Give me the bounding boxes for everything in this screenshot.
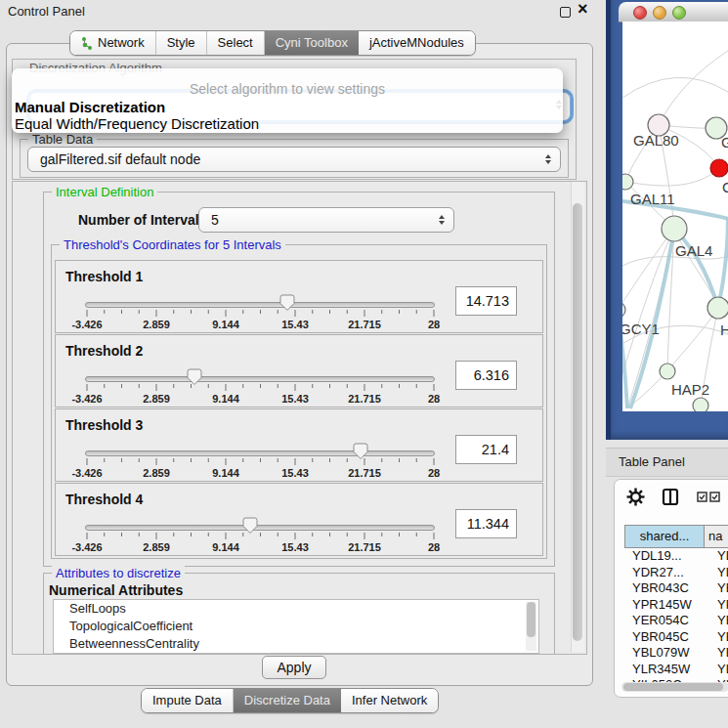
close-icon[interactable]: ×: [578, 0, 588, 21]
tab-cyni-toolbox[interactable]: Cyni Toolbox: [265, 31, 359, 55]
slider-track[interactable]: [85, 302, 435, 308]
dropdown-prompt-item[interactable]: Select algorithm to view settings: [12, 81, 563, 97]
apply-button[interactable]: Apply: [262, 656, 326, 679]
slider-track[interactable]: [85, 525, 435, 531]
table-row[interactable]: YLR345WYLR3: [624, 662, 728, 678]
checkbox-checked-icon[interactable]: [697, 492, 707, 502]
minimize-traffic-light[interactable]: [653, 6, 666, 20]
node-hap2[interactable]: [660, 364, 675, 379]
table-row[interactable]: YDR27...YDR2: [624, 565, 728, 581]
table-row[interactable]: YBR043CYBR0: [624, 580, 728, 597]
tab-impute-data[interactable]: Impute Data: [142, 689, 234, 712]
vertical-scrollbar-thumb[interactable]: [573, 203, 582, 641]
table-cell: YLR345W: [632, 662, 690, 678]
network-graph: [622, 21, 728, 411]
list-item[interactable]: SelfLoops: [54, 600, 538, 618]
scale-label: 2.859: [143, 319, 170, 330]
tab-label: Cyni Toolbox: [276, 31, 348, 55]
edge-thick: [630, 229, 674, 408]
list-scrollbar-thumb[interactable]: [527, 602, 535, 637]
slider-scale: -3.426 2.859 9.144 15.43 21.715 28: [85, 467, 435, 479]
node-h[interactable]: [707, 297, 728, 319]
slider-thumb[interactable]: [279, 294, 295, 312]
scale-label: 21.715: [348, 541, 381, 553]
table-row[interactable]: YER054CYER0: [624, 613, 728, 629]
network-canvas[interactable]: GAL80 GA GAL11 GAL4 GCY1 H HAP2 C: [622, 21, 728, 411]
scale-label: 28: [428, 393, 440, 405]
network-window-titlebar[interactable]: [619, 2, 728, 22]
table-row[interactable]: YPR145WYPR1: [624, 597, 728, 614]
table-cell: YER0: [717, 613, 728, 629]
spinner-arrows-icon: [439, 215, 445, 225]
slider-thumb[interactable]: [242, 517, 258, 535]
column-header-name[interactable]: na: [704, 525, 728, 548]
number-of-intervals-combobox[interactable]: 5: [198, 207, 454, 233]
horizontal-scrollbar-track[interactable]: [621, 682, 728, 692]
threshold-4-slider[interactable]: -3.426 2.859 9.144 15.43 21.715 28: [85, 521, 435, 554]
float-window-icon[interactable]: [560, 7, 571, 18]
tab-label: Select: [218, 31, 253, 55]
dropdown-option-equal-width-frequency[interactable]: Equal Width/Frequency Discretization: [12, 115, 563, 132]
threshold-4-value-field[interactable]: 11.344: [455, 509, 517, 538]
network-view-window[interactable]: GAL80 GA GAL11 GAL4 GCY1 H HAP2 C: [606, 0, 728, 440]
node-gal4[interactable]: [662, 216, 687, 241]
scale-label: 9.144: [212, 319, 239, 330]
tab-infer-network[interactable]: Infer Network: [341, 689, 438, 712]
thresholds-group-title: Threshold's Coordinates for 5 Intervals: [60, 237, 285, 252]
split-columns-icon[interactable]: [662, 488, 679, 506]
table-row[interactable]: YBL079WYBL0: [624, 645, 728, 662]
slider-thumb[interactable]: [187, 368, 202, 386]
table-cell: YDL19...: [632, 548, 682, 565]
tab-style[interactable]: Style: [156, 31, 207, 55]
scale-label: 28: [428, 541, 440, 553]
list-item[interactable]: BetweennessCentrality: [54, 635, 538, 653]
table-cell: YDR27...: [632, 565, 684, 581]
interval-definition-group-title: Interval Definition: [52, 185, 157, 199]
slider-track[interactable]: [85, 376, 435, 382]
zoom-traffic-light[interactable]: [672, 6, 686, 20]
threshold-2-value-field[interactable]: 6.316: [455, 361, 517, 390]
table-row[interactable]: YDL19...YDL1: [624, 548, 728, 565]
slider-ticks: [85, 533, 435, 540]
column-header-shared-name[interactable]: shared...: [624, 525, 705, 548]
node-bottom[interactable]: [693, 398, 708, 411]
node-gcy1[interactable]: [622, 302, 625, 318]
threshold-2-slider[interactable]: -3.426 2.859 9.144 15.43 21.715 28: [85, 372, 435, 406]
tab-select[interactable]: Select: [207, 31, 265, 55]
horizontal-scrollbar-thumb[interactable]: [623, 683, 723, 691]
table-data-combobox[interactable]: galFiltered.sif default node: [27, 147, 561, 172]
edge: [622, 77, 728, 98]
threshold-1-slider[interactable]: -3.426 2.859 9.144 15.43 21.715 28: [85, 298, 435, 331]
numerical-attributes-list[interactable]: SelfLoops TopologicalCoefficient Between…: [53, 599, 539, 654]
scale-label: 2.859: [143, 541, 170, 553]
edge: [674, 229, 718, 308]
gear-icon[interactable]: [626, 488, 645, 506]
node-gal11[interactable]: [622, 174, 633, 190]
control-panel-titlebar: Control Panel ×: [0, 0, 598, 23]
scale-label: 21.715: [348, 393, 381, 405]
list-item[interactable]: TopologicalCoefficient: [54, 618, 538, 635]
close-traffic-light[interactable]: [633, 6, 647, 20]
scale-label: -3.426: [71, 541, 102, 553]
node-red-selected[interactable]: [710, 159, 728, 177]
threshold-3-slider[interactable]: -3.426 2.859 9.144 15.43 21.715 28: [85, 447, 435, 480]
tab-discretize-data[interactable]: Discretize Data: [234, 689, 341, 712]
node-label-gal11: GAL11: [630, 191, 675, 207]
threshold-2-panel: Threshold 2 -3.426 2.859 9.144 15.43 21.…: [55, 334, 543, 407]
edge: [667, 308, 718, 371]
threshold-3-value-field[interactable]: 21.4: [455, 435, 517, 464]
node-label-hap2: HAP2: [671, 381, 709, 398]
slider-scale: -3.426 2.859 9.144 15.43 21.715 28: [85, 541, 435, 553]
table-row[interactable]: YBR045CYBR0: [624, 629, 728, 646]
tab-network[interactable]: Network: [70, 31, 156, 55]
tab-label: Network: [98, 31, 145, 55]
scale-label: -3.426: [71, 467, 102, 479]
dropdown-option-manual-discretization[interactable]: Manual Discretization: [12, 99, 563, 115]
slider-ticks: [85, 384, 435, 392]
slider-thumb[interactable]: [353, 443, 368, 460]
tab-jactivemnodules[interactable]: jActiveMNodules: [359, 31, 475, 55]
slider-track[interactable]: [85, 450, 435, 456]
checkbox-checked-icon[interactable]: [709, 492, 720, 502]
scale-label: 9.144: [212, 393, 239, 405]
threshold-1-value-field[interactable]: 14.713: [455, 286, 517, 316]
